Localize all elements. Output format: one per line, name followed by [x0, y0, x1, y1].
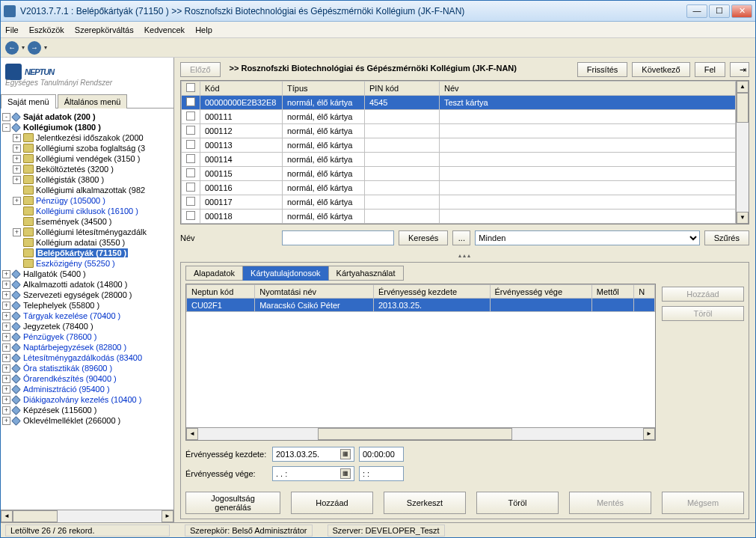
- detail-hscrollbar[interactable]: ◄ ►: [186, 427, 655, 440]
- filter-input[interactable]: [282, 230, 394, 245]
- tree-expander-icon[interactable]: +: [2, 396, 10, 404]
- tree-expander-icon[interactable]: +: [2, 406, 10, 415]
- splitter[interactable]: ▴▴▴: [180, 251, 749, 259]
- menu-tools[interactable]: Eszközök: [29, 25, 64, 34]
- tree-item[interactable]: +Naptárbejegyzések (82800 ): [2, 342, 172, 352]
- detail-grid-header[interactable]: Érvényesség kezdete: [373, 285, 490, 299]
- tree-expander-icon[interactable]: +: [2, 270, 10, 278]
- tree-expander-icon[interactable]: +: [2, 281, 10, 289]
- validity-end-date-input[interactable]: . . :▦: [272, 466, 354, 481]
- row-checkbox[interactable]: [186, 183, 195, 192]
- action-button-mentés[interactable]: Mentés: [569, 492, 651, 514]
- tree-item[interactable]: +Pénzügyek (78600 ): [2, 331, 172, 342]
- detail-add-button[interactable]: Hozzáad: [662, 287, 744, 302]
- tree-expander-icon[interactable]: +: [13, 155, 21, 163]
- tree-expander-icon[interactable]: -: [2, 113, 10, 121]
- menu-file[interactable]: File: [5, 25, 19, 34]
- tree-item[interactable]: -Kollégiumok (1800 ): [2, 122, 172, 132]
- row-checkbox[interactable]: [186, 154, 195, 163]
- tree-item[interactable]: +Kollégiumi szoba foglaltság (3: [2, 143, 172, 153]
- row-checkbox[interactable]: [186, 97, 195, 106]
- tree-item[interactable]: +Hallgatók (5400 ): [2, 269, 172, 279]
- tree-item[interactable]: +Létesítménygazdálkodás (83400: [2, 352, 172, 363]
- close-button[interactable]: ✕: [731, 4, 752, 18]
- tree-item[interactable]: +Oklevélmelléklet (266000 ): [2, 415, 172, 426]
- next-button[interactable]: Következő: [632, 62, 689, 77]
- prev-button[interactable]: Előző: [180, 62, 221, 77]
- tree-item[interactable]: +Beköltöztetés (3200 ): [2, 164, 172, 174]
- row-checkbox[interactable]: [186, 168, 195, 177]
- maximize-button[interactable]: ☐: [709, 4, 730, 18]
- grid-header[interactable]: PIN kód: [365, 82, 440, 96]
- validity-end-time-input[interactable]: [359, 466, 404, 481]
- tab-own-menu[interactable]: Saját menü: [1, 94, 56, 108]
- tree-item[interactable]: +Adminisztráció (95400 ): [2, 384, 172, 394]
- tree-item[interactable]: +Alkalmazotti adatok (14800 ): [2, 279, 172, 290]
- row-checkbox[interactable]: [186, 197, 195, 206]
- menu-role[interactable]: Szerepkörváltás: [75, 25, 134, 34]
- tree-expander-icon[interactable]: +: [2, 364, 10, 373]
- row-checkbox[interactable]: [186, 111, 195, 120]
- nav-back-button[interactable]: ←: [5, 41, 19, 55]
- tree-expander-icon[interactable]: +: [2, 417, 10, 425]
- tab-card-usage[interactable]: Kártyahasználat: [328, 266, 404, 281]
- tree-item[interactable]: +Tárgyak kezelése (70400 ): [2, 311, 172, 321]
- menu-help[interactable]: Help: [195, 25, 212, 34]
- hscroll-thumb[interactable]: [13, 510, 58, 522]
- table-row[interactable]: 000116normál, élő kártya: [182, 181, 736, 195]
- tree-item[interactable]: +Diákigazolvány kezelés (10400 ): [2, 394, 172, 405]
- vscroll-down-icon[interactable]: ▼: [737, 212, 749, 224]
- tree-item[interactable]: +Szervezeti egységek (28000 ): [2, 290, 172, 300]
- tree-item[interactable]: +Kollégisták (3800 ): [2, 174, 172, 185]
- tree-expander-icon[interactable]: +: [13, 176, 21, 184]
- row-checkbox[interactable]: [186, 126, 195, 135]
- hscroll-right-icon[interactable]: ►: [162, 510, 173, 522]
- nav-forward-menu-icon[interactable]: ▾: [43, 44, 49, 51]
- detail-grid-header[interactable]: Neptun kód: [187, 285, 255, 299]
- calendar-icon[interactable]: ▦: [340, 468, 351, 479]
- action-button-mégsem[interactable]: Mégsem: [662, 492, 744, 514]
- tab-card-owners[interactable]: Kártyatulajdonosok: [242, 266, 329, 281]
- tree-expander-icon[interactable]: +: [13, 228, 21, 236]
- tree-expander-icon[interactable]: +: [2, 375, 10, 383]
- select-all-checkbox[interactable]: [186, 83, 195, 92]
- up-button[interactable]: Fel: [695, 62, 725, 77]
- vscroll-thumb[interactable]: [737, 93, 749, 123]
- nav-back-menu-icon[interactable]: ▾: [20, 44, 26, 51]
- filter-apply-button[interactable]: Szűrés: [704, 230, 749, 245]
- tab-general-menu[interactable]: Általános menü: [58, 94, 128, 108]
- tree-item[interactable]: +Telephelyek (55800 ): [2, 300, 172, 311]
- tree-item[interactable]: +Órarendkészítés (90400 ): [2, 373, 172, 384]
- tree-item[interactable]: Eszközigény (55250 ): [2, 258, 172, 269]
- tree-expander-icon[interactable]: +: [2, 302, 10, 310]
- table-row[interactable]: 000112normál, élő kártya: [182, 124, 736, 138]
- hscroll-left-icon[interactable]: ◄: [1, 510, 13, 522]
- menu-favorites[interactable]: Kedvencek: [144, 25, 185, 34]
- refresh-button[interactable]: Frissítés: [577, 62, 628, 77]
- tree-item[interactable]: Belépőkártyák (71150 ): [2, 248, 172, 258]
- tree-item[interactable]: +Pénzügy (105000 ): [2, 195, 172, 206]
- tree-item[interactable]: +Képzések (115600 ): [2, 405, 172, 415]
- nav-forward-button[interactable]: →: [28, 41, 41, 55]
- table-row[interactable]: 00000000E2B32E8normál, élő kártya4545Tes…: [182, 96, 736, 110]
- tree-expander-icon[interactable]: +: [13, 165, 21, 174]
- tab-basic-data[interactable]: Alapadatok: [185, 266, 243, 281]
- vscroll-up-icon[interactable]: ▲: [737, 81, 749, 93]
- dhscroll-thumb[interactable]: [318, 428, 512, 440]
- action-button-töröl[interactable]: Töröl: [476, 492, 559, 514]
- tree-item[interactable]: Események (34500 ): [2, 216, 172, 227]
- tree-item[interactable]: +Óra statisztikák (89600 ): [2, 363, 172, 373]
- detail-grid[interactable]: Neptun kódNyomtatási névÉrvényesség kezd…: [185, 284, 656, 441]
- tree-item[interactable]: +Kollégiumi vendégek (3150 ): [2, 153, 172, 164]
- action-button-jogosultság-generálás[interactable]: Jogosultság generálás: [185, 492, 280, 514]
- grid-header[interactable]: Név: [440, 82, 736, 96]
- table-row[interactable]: 000111normál, élő kártya: [182, 110, 736, 124]
- grid-vscrollbar[interactable]: ▲ ▼: [736, 81, 749, 224]
- tree-expander-icon[interactable]: -: [2, 123, 10, 132]
- tree-item[interactable]: Kollégiumi ciklusok (16100 ): [2, 206, 172, 216]
- tree-expander-icon[interactable]: +: [13, 197, 21, 205]
- tree-item[interactable]: +Kollégiumi létesítménygazdálk: [2, 227, 172, 237]
- search-button[interactable]: Keresés: [399, 230, 448, 245]
- tree-expander-icon[interactable]: +: [2, 312, 10, 320]
- pin-button[interactable]: ⇥: [730, 62, 749, 77]
